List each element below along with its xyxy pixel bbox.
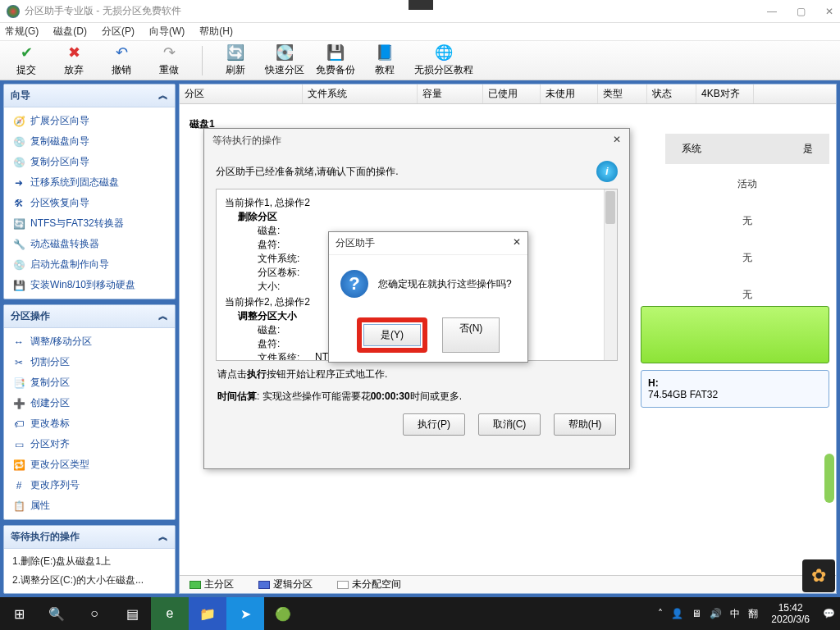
item-icon: 🔧 [12, 238, 25, 251]
status-value: 无 [665, 203, 829, 240]
dialog-close-icon[interactable]: ✕ [613, 134, 621, 148]
item-icon: ➕ [12, 397, 25, 410]
app-edge-icon[interactable]: ➤ [226, 597, 264, 630]
status-value: 活动 [665, 166, 829, 203]
sidebar-item[interactable]: 💿启动光盘制作向导 [4, 254, 175, 275]
clock[interactable]: 15:422020/3/6 [766, 602, 815, 626]
pending-item[interactable]: 1.删除(E:)盘从磁盘1上 [4, 552, 175, 571]
sidebar-item[interactable]: 🔄NTFS与FAT32转换器 [4, 213, 175, 234]
item-icon: 🏷 [12, 418, 25, 431]
item-icon: 🔁 [12, 459, 25, 472]
titlebar: 分区助手专业版 - 无损分区免费软件 — ▢ ✕ [0, 0, 840, 23]
sidebar-item[interactable]: #更改序列号 [4, 475, 175, 495]
sidebar-item[interactable]: 📋属性 [4, 495, 175, 516]
sidebar-item[interactable]: 🔁更改分区类型 [4, 454, 175, 475]
collapse-icon[interactable]: ︽ [158, 89, 168, 103]
item-icon: ✂ [12, 356, 25, 369]
col-header[interactable]: 未使用 [541, 84, 598, 103]
menubar: 常规(G) 磁盘(D) 分区(P) 向导(W) 帮助(H) [0, 23, 840, 41]
scrollbar-thumb[interactable] [824, 454, 834, 503]
sidebar-item[interactable]: 💿复制分区向导 [4, 152, 175, 172]
cortana-icon[interactable]: ○ [75, 597, 113, 630]
ime-indicator2[interactable]: 翻 [748, 607, 758, 621]
app-pa-icon[interactable]: 🟢 [264, 597, 302, 630]
scrollbar[interactable] [604, 189, 617, 360]
menu-wizard[interactable]: 向导(W) [149, 25, 185, 39]
menu-help[interactable]: 帮助(H) [199, 25, 233, 39]
execute-button[interactable]: 执行(P) [403, 413, 465, 436]
close-button[interactable]: ✕ [825, 6, 833, 17]
tool-快速分区[interactable]: 💽快速分区 [265, 43, 304, 77]
col-header[interactable]: 分区 [180, 84, 303, 103]
app-ie-icon[interactable]: e [151, 597, 189, 630]
partition-bar[interactable] [641, 306, 829, 363]
wizard-title: 向导 [11, 89, 30, 103]
tray-volume-icon[interactable]: 🔊 [710, 608, 722, 619]
item-icon: # [12, 479, 25, 492]
menu-general[interactable]: 常规(G) [5, 25, 39, 39]
sidebar-item[interactable]: ✂切割分区 [4, 352, 175, 372]
status-value: 无 [665, 240, 829, 276]
col-header[interactable]: 容量 [418, 84, 483, 103]
sidebar-item[interactable]: 💿复制磁盘向导 [4, 131, 175, 152]
sidebar-item[interactable]: ➜迁移系统到固态磁盘 [4, 172, 175, 193]
sidebar-item[interactable]: ▭分区对齐 [4, 434, 175, 454]
tool-刷新[interactable]: 🔄刷新 [217, 43, 253, 77]
col-header[interactable]: 文件系统 [303, 84, 418, 103]
notification-icon[interactable]: 💬 [823, 608, 835, 619]
help-button[interactable]: 帮助(H) [554, 413, 616, 436]
tool-重做[interactable]: ↷重做 [151, 43, 187, 77]
tool-放弃[interactable]: ✖放弃 [56, 43, 92, 77]
col-header[interactable]: 状态 [647, 84, 696, 103]
tool-提交[interactable]: ✔提交 [8, 43, 44, 77]
col-header[interactable]: 4KB对齐 [696, 84, 754, 103]
cancel-button[interactable]: 取消(C) [478, 413, 541, 436]
tray-network-icon[interactable]: 🖥 [692, 608, 701, 619]
tray-people-icon[interactable]: 👤 [671, 608, 683, 619]
item-icon: 💿 [12, 258, 25, 272]
yes-button[interactable]: 是(Y) [363, 324, 421, 346]
confirm-title: 分区助手 [336, 236, 375, 250]
col-header[interactable]: 已使用 [483, 84, 541, 103]
item-icon: 💾 [12, 279, 25, 292]
ime-indicator[interactable]: 中 [730, 607, 740, 621]
sidebar-item[interactable]: 🏷更改卷标 [4, 413, 175, 434]
col-header[interactable]: 类型 [598, 84, 647, 103]
grid-header: 分区文件系统容量已使用未使用类型状态4KB对齐 [180, 84, 836, 104]
no-button[interactable]: 否(N) [442, 317, 500, 353]
item-icon: 🛠 [12, 197, 25, 210]
menu-disk[interactable]: 磁盘(D) [53, 25, 87, 39]
search-icon[interactable]: 🔍 [38, 597, 75, 630]
collapse-icon[interactable]: ︽ [158, 530, 168, 544]
tool-撤销[interactable]: ↶撤销 [103, 43, 139, 77]
partition-h-box[interactable]: H: 74.54GB FAT32 [641, 370, 829, 408]
sidebar-item[interactable]: ↔调整/移动分区 [4, 331, 175, 352]
pending-item[interactable]: 2.调整分区(C:)的大小在磁盘... [4, 571, 175, 590]
pending-title: 等待执行的操作 [11, 530, 80, 544]
pending-panel: 等待执行的操作︽ 1.删除(E:)盘从磁盘1上2.调整分区(C:)的大小在磁盘.… [3, 525, 176, 594]
sidebar-item[interactable]: 🔧动态磁盘转换器 [4, 234, 175, 254]
item-icon: 📋 [12, 500, 25, 513]
sidebar-item[interactable]: 🧭扩展分区向导 [4, 111, 175, 131]
tray-up-icon[interactable]: ˄ [658, 608, 663, 619]
dialog-title: 等待执行的操作 [212, 134, 281, 148]
dialog-instruction: 分区助手已经准备就绪,请确认下面的操作. [216, 165, 399, 179]
sidebar-item[interactable]: ➕创建分区 [4, 393, 175, 413]
start-button[interactable]: ⊞ [0, 597, 38, 630]
menu-partition[interactable]: 分区(P) [102, 25, 135, 39]
taskview-icon[interactable]: ▤ [113, 597, 151, 630]
sidebar-item[interactable]: 💾安装Win8/10到移动硬盘 [4, 275, 175, 295]
app-explorer-icon[interactable]: 📁 [189, 597, 226, 630]
minimize-button[interactable]: — [767, 6, 777, 17]
tool-无损分区教程[interactable]: 🌐无损分区教程 [414, 43, 473, 77]
scrollbar-thumb[interactable] [605, 191, 615, 224]
item-icon: 💿 [12, 156, 25, 169]
tool-教程[interactable]: 📘教程 [367, 43, 403, 77]
maximize-button[interactable]: ▢ [797, 6, 806, 17]
dialog-close-icon[interactable]: ✕ [513, 236, 521, 250]
sidebar-item[interactable]: 📑复制分区 [4, 372, 175, 393]
info-icon: i [596, 161, 618, 182]
sidebar-item[interactable]: 🛠分区恢复向导 [4, 193, 175, 213]
collapse-icon[interactable]: ︽ [158, 309, 168, 323]
tool-免费备份[interactable]: 💾免费备份 [316, 43, 355, 77]
